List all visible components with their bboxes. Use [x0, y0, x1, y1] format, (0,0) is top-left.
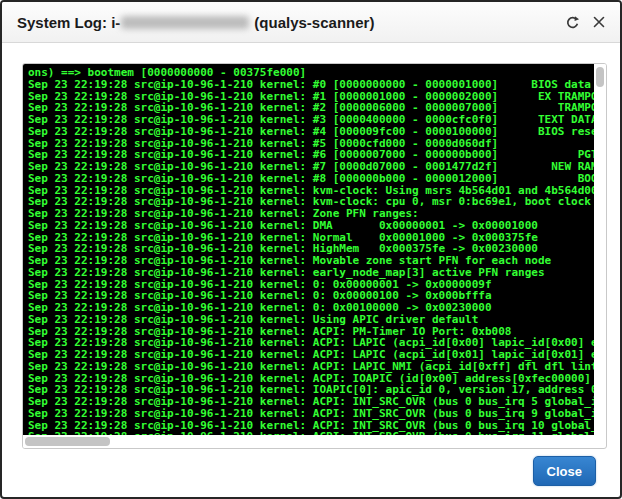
close-button[interactable]: Close [533, 456, 596, 486]
refresh-button[interactable] [564, 14, 580, 30]
dialog-title-prefix: System Log: i- [17, 14, 120, 31]
dialog-title-suffix: (qualys-scanner) [254, 14, 374, 31]
console-log-panel: ons) ==> bootmem [0000000000 - 00375fe00… [22, 63, 607, 449]
dialog-header: System Log: i-(qualys-scanner) [2, 2, 620, 43]
dialog-header-actions [564, 14, 607, 30]
close-x-button[interactable] [591, 14, 607, 30]
system-log-dialog: System Log: i-(qualys-scanner) [0, 0, 622, 499]
vertical-scrollbar[interactable] [594, 64, 606, 436]
horizontal-scrollbar-thumb[interactable] [25, 437, 110, 446]
dialog-title: System Log: i-(qualys-scanner) [17, 14, 374, 31]
instance-id-redacted [121, 16, 249, 29]
vertical-scrollbar-thumb[interactable] [596, 67, 604, 87]
refresh-icon [565, 15, 580, 30]
system-log-output: ons) ==> bootmem [0000000000 - 00375fe00… [23, 64, 595, 436]
horizontal-scrollbar[interactable] [23, 435, 595, 448]
close-icon [593, 16, 605, 28]
console-screen: ons) ==> bootmem [0000000000 - 00375fe00… [23, 64, 595, 436]
